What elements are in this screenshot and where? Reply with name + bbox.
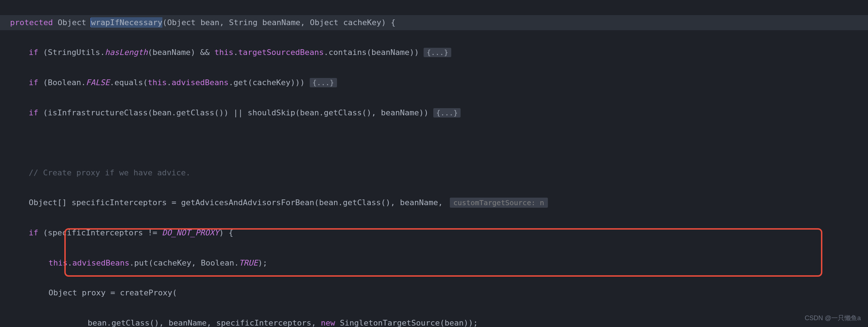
code-line: protected Object wrapIfNecessary(Object … <box>0 15 868 30</box>
var-specificinterceptors: specificInterceptors <box>71 198 167 207</box>
constant-false: FALSE <box>86 78 110 87</box>
constant-do-not-proxy: DO_NOT_PROXY <box>162 228 219 237</box>
code-line: if (StringUtils.hasLength(beanName) && t… <box>0 45 868 60</box>
type-string: String <box>229 18 257 27</box>
class-singletontargetsource: SingletonTargetSource <box>340 318 440 327</box>
keyword-if: if <box>29 78 38 87</box>
method-haslength: hasLength <box>105 48 148 57</box>
code-line: if (specificInterceptors != DO_NOT_PROXY… <box>0 225 868 240</box>
param-bean: bean <box>200 18 220 27</box>
comment: // Create proxy if we have advice. <box>29 168 190 177</box>
type-object: Object <box>310 18 338 27</box>
field-targetsourcedbeans: targetSourcedBeans <box>238 48 324 57</box>
keyword-if: if <box>29 48 38 57</box>
keyword-if: if <box>29 108 38 117</box>
watermark: CSDN @一只懒鱼a <box>805 312 861 324</box>
type-object: Object <box>57 18 86 27</box>
field-advisedbeans: advisedBeans <box>171 78 228 87</box>
code-line: this.advisedBeans.put(cacheKey, Boolean.… <box>0 255 868 271</box>
keyword-this: this <box>148 78 167 87</box>
param-cachekey: cacheKey <box>343 18 381 27</box>
code-line: bean.getClass(), beanName, specificInter… <box>0 316 868 327</box>
field-advisedbeans: advisedBeans <box>72 258 129 267</box>
parameter-hint: customTargetSource: n <box>450 198 548 208</box>
keyword-if: if <box>29 228 38 237</box>
code-line: Object[] specificInterceptors = getAdvic… <box>0 195 868 210</box>
fold-marker[interactable]: {...} <box>424 48 451 57</box>
method-name-highlighted: wrapIfNecessary <box>91 17 162 28</box>
code-line: Object proxy = createProxy( <box>0 285 868 300</box>
keyword-protected: protected <box>10 18 53 27</box>
var-proxy: proxy <box>82 288 106 297</box>
code-editor[interactable]: protected Object wrapIfNecessary(Object … <box>0 0 868 327</box>
class-stringutils: StringUtils <box>48 48 100 57</box>
code-line: if (isInfrastructureClass(bean.getClass(… <box>0 105 868 120</box>
paren: ( <box>162 18 167 27</box>
code-line <box>0 135 868 150</box>
fold-marker[interactable]: {...} <box>433 108 461 118</box>
code-line: // Create proxy if we have advice. <box>0 165 868 180</box>
fold-marker[interactable]: {...} <box>310 78 337 87</box>
type-object: Object <box>167 18 195 27</box>
param-beanname: beanName <box>262 18 300 27</box>
keyword-new: new <box>321 318 335 327</box>
code-line: if (Boolean.FALSE.equals(this.advisedBea… <box>0 75 868 90</box>
constant-true: TRUE <box>239 258 258 267</box>
keyword-this: this <box>49 258 68 267</box>
keyword-this: this <box>214 48 234 57</box>
